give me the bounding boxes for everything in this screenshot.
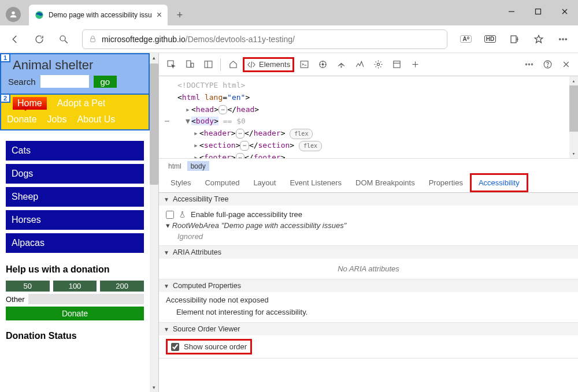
tab-computed[interactable]: Computed: [198, 175, 246, 191]
profile-icon[interactable]: [6, 7, 21, 22]
svg-rect-3: [536, 9, 541, 14]
svg-rect-25: [394, 61, 400, 68]
tab-accessibility[interactable]: Accessibility: [470, 173, 528, 192]
sources-tab-icon[interactable]: [314, 56, 331, 73]
inspect-icon[interactable]: [162, 56, 180, 73]
window-titlebar: Demo page with accessibility issu × +: [0, 0, 578, 25]
donate-200[interactable]: 200: [100, 281, 144, 292]
dock-icon[interactable]: [199, 56, 217, 73]
search-input[interactable]: [40, 75, 89, 88]
source-order-header[interactable]: ▼Source Order Viewer: [159, 323, 578, 335]
accessibility-tree-header[interactable]: ▼Accessibility Tree: [159, 193, 578, 206]
svg-point-23: [340, 66, 341, 67]
nav-jobs[interactable]: Jobs: [47, 114, 67, 125]
page-scrollbar[interactable]: ▴ ▾: [150, 53, 158, 392]
devtools-close-button[interactable]: [557, 56, 575, 73]
enable-full-tree-checkbox[interactable]: [166, 211, 174, 219]
address-bar[interactable]: microsoftedge.github.io/Demos/devtools-a…: [82, 29, 447, 49]
devtools-more-button[interactable]: [520, 56, 538, 73]
window-maximize-button[interactable]: [525, 0, 551, 23]
performance-tab-icon[interactable]: [351, 56, 368, 73]
aria-attributes-header[interactable]: ▼ARIA Attributes: [159, 246, 578, 259]
donate-100[interactable]: 100: [53, 281, 97, 292]
favorite-button[interactable]: [528, 29, 549, 50]
computed-properties-header[interactable]: ▼Computed Properties: [159, 279, 578, 292]
tab-layout[interactable]: Layout: [246, 175, 283, 191]
tab-dom-breakpoints[interactable]: DOM Breakpoints: [349, 175, 422, 191]
back-button[interactable]: [5, 29, 25, 50]
crumb-html[interactable]: html: [165, 161, 185, 171]
svg-point-24: [377, 63, 379, 65]
help-icon[interactable]: [539, 56, 556, 73]
donation-heading: Help us with a donation: [6, 264, 144, 275]
side-item-sheep[interactable]: Sheep: [6, 187, 144, 207]
svg-rect-17: [191, 63, 193, 67]
browser-toolbar: microsoftedge.github.io/Demos/devtools-a…: [0, 25, 578, 53]
network-tab-icon[interactable]: [332, 56, 350, 73]
hd-button[interactable]: HD: [480, 29, 501, 50]
svg-point-12: [560, 38, 561, 39]
more-button[interactable]: [553, 29, 573, 50]
application-tab-icon[interactable]: [388, 56, 405, 73]
refresh-button[interactable]: [29, 29, 50, 50]
elements-tab[interactable]: Elements: [243, 57, 294, 72]
donate-50[interactable]: 50: [6, 281, 50, 292]
enable-full-tree-label: Enable full-page accessibility tree: [191, 210, 302, 219]
search-button[interactable]: [53, 29, 74, 50]
nav-donate[interactable]: Donate: [7, 114, 37, 125]
read-aloud-button[interactable]: A⁰: [455, 29, 476, 50]
no-aria-text: No ARIA attributes: [159, 259, 578, 279]
tab-properties[interactable]: Properties: [422, 175, 470, 191]
tab-styles[interactable]: Styles: [164, 175, 198, 191]
new-tab-button[interactable]: +: [171, 6, 188, 24]
a11y-tree-root[interactable]: ▾ RootWebArea "Demo page with accessibil…: [166, 220, 571, 231]
show-source-order-label: Show source order: [184, 342, 247, 351]
not-exposed-text: Accessibility node not exposed: [166, 296, 571, 304]
devtools-panel: Elements ▴ ▾ <!DOCTYPE html> <html lang=…: [158, 53, 578, 392]
lock-icon: [88, 35, 97, 43]
window-close-button[interactable]: [551, 0, 578, 23]
donation-status-heading: Donation Status: [6, 331, 144, 341]
edge-favicon-icon: [35, 10, 44, 20]
svg-rect-18: [205, 61, 212, 68]
source-order-badge-1: 1: [0, 53, 10, 62]
go-button[interactable]: go: [94, 76, 117, 88]
tab-close-button[interactable]: ×: [157, 10, 162, 20]
svg-point-30: [528, 64, 529, 65]
search-label: Search: [8, 77, 36, 87]
svg-point-31: [531, 64, 532, 65]
nav-home[interactable]: Home: [13, 97, 47, 110]
add-tab-button[interactable]: [406, 56, 424, 73]
dom-breadcrumb[interactable]: html body: [159, 158, 578, 173]
side-item-alpacas[interactable]: Alpacas: [6, 233, 144, 253]
show-source-order-checkbox[interactable]: [171, 343, 179, 351]
donate-button[interactable]: Donate: [6, 307, 144, 320]
source-order-badge-2: 2: [0, 94, 10, 103]
settings-icon[interactable]: [369, 56, 387, 73]
nav-about[interactable]: About Us: [77, 114, 115, 125]
svg-point-33: [547, 66, 547, 66]
nav-adopt[interactable]: Adopt a Pet: [57, 98, 106, 109]
devtools-toolbar: Elements: [159, 53, 578, 76]
dom-tree[interactable]: ▴ ▾ <!DOCTYPE html> <html lang="en"> ▸<h…: [159, 76, 578, 158]
crumb-body[interactable]: body: [187, 161, 209, 171]
page-nav: 2 Home Adopt a Pet Donate Jobs About Us: [0, 95, 150, 130]
other-amount-input[interactable]: [28, 294, 144, 304]
svg-rect-8: [91, 39, 95, 42]
svg-point-6: [60, 36, 65, 41]
tab-event-listeners[interactable]: Event Listeners: [283, 175, 349, 191]
side-item-cats[interactable]: Cats: [6, 141, 144, 160]
sidebar-panel-tabs: Styles Computed Layout Event Listeners D…: [159, 173, 578, 193]
browser-tab[interactable]: Demo page with accessibility issu ×: [29, 5, 168, 25]
device-icon[interactable]: [181, 56, 198, 73]
console-tab-icon[interactable]: [295, 56, 313, 73]
window-minimize-button[interactable]: [498, 0, 525, 23]
collections-button[interactable]: [504, 29, 525, 50]
side-item-horses[interactable]: Horses: [6, 210, 144, 230]
side-item-dogs[interactable]: Dogs: [6, 164, 144, 184]
welcome-tab-icon[interactable]: [224, 56, 242, 73]
svg-point-29: [525, 64, 527, 65]
code-icon: [247, 60, 256, 69]
svg-rect-9: [511, 36, 516, 43]
svg-point-13: [562, 38, 564, 39]
